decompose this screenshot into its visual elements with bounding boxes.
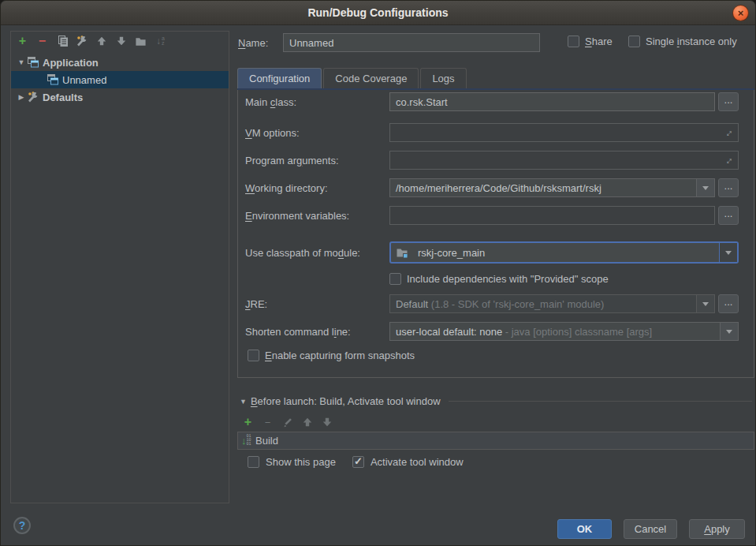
build-icon: ↓ 011001 [241,435,255,447]
expand-icon[interactable]: ↔ [721,125,735,139]
name-label: Name: [238,37,268,49]
configurations-tree: ▼ Application Unnamed [11,54,229,106]
single-instance-label: Single instance only [646,36,737,47]
environment-variables-input[interactable] [389,206,715,225]
tree-item-defaults[interactable]: ▶ Defaults [11,88,229,106]
activate-tool-window-checkbox[interactable] [352,456,364,468]
move-up-button[interactable] [91,33,111,49]
chevron-down-icon[interactable]: ▼ [240,398,247,406]
chevron-down-icon [726,330,732,334]
wrench-icon [76,35,88,47]
new-folder-button[interactable] [131,33,151,49]
provided-scope-label: Include dependencies with "Provided" sco… [407,273,609,285]
before-launch-move-up-button[interactable] [297,414,317,430]
edit-defaults-button[interactable] [72,33,91,49]
shorten-command-line-dropdown-button[interactable] [720,323,738,340]
shorten-command-line-combobox[interactable]: user-local default: none - java [options… [389,322,739,341]
before-launch-toolbar: + − [238,414,337,430]
working-directory-combobox[interactable]: /home/meriherrera/Code/Github/rsksmart/r… [389,178,715,197]
main-class-value: co.rsk.Start [396,96,448,108]
jre-value: Default (1.8 - SDK of 'rskj-core_main' m… [390,298,696,310]
before-launch-header[interactable]: ▼ Before launch: Build, Activate tool wi… [240,395,752,407]
sort-configurations-button[interactable]: ↓az [151,33,170,49]
move-down-button[interactable] [111,33,131,49]
tree-item-label: Unnamed [62,74,106,86]
copy-icon [56,35,69,47]
name-value: Unnamed [289,37,333,49]
vm-options-label: VM options: [245,127,389,139]
module-value: rskj-core_main [412,247,719,259]
show-this-page-label: Show this page [266,456,336,468]
show-this-page-checkbox[interactable] [248,456,259,468]
before-launch-item-build[interactable]: Build [255,435,278,447]
shorten-command-line-row: Shorten command line: user-local default… [245,322,739,341]
provided-scope-row: Include dependencies with "Provided" sco… [245,273,739,285]
arrow-down-icon [116,36,127,47]
activate-tool-window-label: Activate tool window [371,456,464,468]
working-directory-value: /home/meriherrera/Code/Github/rsksmart/r… [390,182,696,194]
main-class-input[interactable]: co.rsk.Start [389,92,715,111]
module-dropdown-button[interactable] [719,243,737,262]
program-arguments-label: Program arguments: [245,155,389,166]
close-button[interactable]: × [732,5,749,21]
folder-icon [135,36,147,47]
tab-code-coverage[interactable]: Code Coverage [323,68,419,89]
tab-configuration[interactable]: Configuration [237,68,322,89]
configurations-toolbar: + − [11,32,229,50]
working-directory-browse-button[interactable]: ... [718,178,739,197]
sort-az-icon: ↓az [156,36,165,46]
tree-item-label: Defaults [43,92,83,103]
before-launch-list: ↓ 011001 Build [237,432,754,450]
share-label: Share [585,36,613,47]
module-combobox[interactable]: rskj-core_main [389,241,739,264]
before-launch-add-button[interactable]: + [238,414,258,430]
before-launch-edit-button[interactable] [277,414,297,430]
shorten-command-line-value: user-local default: none - java [options… [390,326,720,338]
remove-icon: − [265,417,271,428]
before-launch-title: Before launch: Build, Activate tool wind… [251,395,441,407]
chevron-right-icon[interactable]: ▶ [16,93,27,101]
cancel-button[interactable]: Cancel [624,519,677,539]
single-instance-checkbox[interactable] [628,36,640,47]
copy-configuration-button[interactable] [52,33,72,49]
main-class-browse-button[interactable]: ... [718,92,739,111]
ok-button[interactable]: OK [557,519,612,539]
name-input[interactable]: Unnamed [283,33,540,52]
tree-item-application[interactable]: ▼ Application [11,54,229,71]
environment-variables-browse-button[interactable]: ... [718,206,739,225]
module-icon [396,246,408,259]
jre-browse-button[interactable]: ... [718,294,739,313]
provided-scope-checkbox[interactable] [389,273,401,285]
before-launch-remove-button[interactable]: − [258,414,277,430]
expand-icon[interactable]: ↔ [721,152,735,166]
single-instance-checkbox-row: Single instance only [628,36,737,47]
configurations-sidebar: + − [10,31,229,503]
chevron-down-icon [725,251,732,255]
environment-variables-label: Environment variables: [245,210,389,222]
working-directory-dropdown-button[interactable] [696,179,714,196]
capture-snapshots-row: Enable capturing form snapshots [245,350,739,361]
jre-dropdown-button[interactable] [696,295,714,312]
chevron-down-icon[interactable]: ▼ [16,58,27,66]
apply-button[interactable]: Apply [689,519,745,539]
add-configuration-button[interactable]: + [13,33,32,49]
titlebar[interactable]: Run/Debug Configurations × [1,1,755,25]
chevron-down-icon [702,186,709,190]
jre-combobox[interactable]: Default (1.8 - SDK of 'rskj-core_main' m… [389,294,715,313]
remove-icon: − [39,35,46,47]
main-class-row: Main class: co.rsk.Start ... [245,92,739,111]
tab-logs[interactable]: Logs [420,68,466,89]
before-launch-move-down-button[interactable] [317,414,337,430]
separator [449,401,752,402]
program-arguments-input[interactable]: ↔ [389,151,739,170]
vm-options-input[interactable]: ↔ [389,123,739,142]
help-button[interactable]: ? [13,517,31,534]
remove-configuration-button[interactable]: − [32,33,52,49]
use-classpath-row: Use classpath of module: rskj-core_main [245,241,739,264]
arrow-up-icon [302,417,313,428]
capture-snapshots-checkbox[interactable] [248,350,259,361]
share-checkbox[interactable] [568,36,579,47]
tree-item-unnamed[interactable]: Unnamed [11,71,229,88]
tab-bar: Configuration Code Coverage Logs [237,68,468,89]
share-checkbox-row: Share [568,36,613,47]
